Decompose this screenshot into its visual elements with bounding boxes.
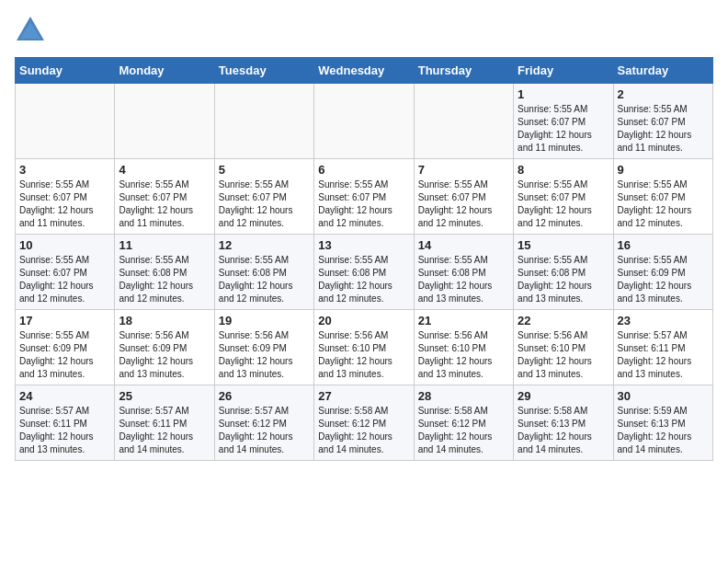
calendar-cell: 8Sunrise: 5:55 AM Sunset: 6:07 PM Daylig… (514, 159, 613, 235)
cell-content: Sunrise: 5:55 AM Sunset: 6:08 PM Dayligh… (318, 254, 409, 305)
logo (15, 15, 50, 46)
calendar-header-monday: Monday (115, 58, 214, 84)
day-number: 7 (418, 163, 509, 177)
cell-content: Sunrise: 5:55 AM Sunset: 6:07 PM Dayligh… (219, 178, 310, 230)
day-number: 1 (518, 87, 609, 101)
logo-icon (15, 15, 46, 46)
calendar-cell: 12Sunrise: 5:55 AM Sunset: 6:08 PM Dayli… (214, 235, 313, 310)
day-number: 5 (219, 163, 310, 177)
cell-content: Sunrise: 5:57 AM Sunset: 6:11 PM Dayligh… (618, 329, 709, 381)
day-number: 2 (618, 87, 709, 101)
cell-content: Sunrise: 5:57 AM Sunset: 6:11 PM Dayligh… (119, 405, 210, 456)
calendar-cell: 19Sunrise: 5:56 AM Sunset: 6:09 PM Dayli… (214, 310, 313, 385)
calendar-cell: 21Sunrise: 5:56 AM Sunset: 6:10 PM Dayli… (414, 310, 513, 385)
cell-content: Sunrise: 5:55 AM Sunset: 6:07 PM Dayligh… (318, 178, 409, 230)
day-number: 3 (19, 163, 110, 177)
calendar-cell: 23Sunrise: 5:57 AM Sunset: 6:11 PM Dayli… (613, 310, 712, 385)
cell-content: Sunrise: 5:56 AM Sunset: 6:10 PM Dayligh… (518, 329, 609, 381)
cell-content: Sunrise: 5:58 AM Sunset: 6:12 PM Dayligh… (418, 405, 509, 456)
calendar-cell: 22Sunrise: 5:56 AM Sunset: 6:10 PM Dayli… (514, 310, 613, 385)
calendar-cell: 13Sunrise: 5:55 AM Sunset: 6:08 PM Dayli… (314, 235, 414, 310)
calendar-cell: 7Sunrise: 5:55 AM Sunset: 6:07 PM Daylig… (414, 159, 513, 235)
calendar-cell (414, 84, 513, 159)
day-number: 21 (418, 314, 509, 327)
cell-content: Sunrise: 5:55 AM Sunset: 6:08 PM Dayligh… (418, 254, 509, 305)
cell-content: Sunrise: 5:57 AM Sunset: 6:12 PM Dayligh… (219, 405, 310, 456)
cell-content: Sunrise: 5:55 AM Sunset: 6:07 PM Dayligh… (518, 178, 609, 230)
cell-content: Sunrise: 5:57 AM Sunset: 6:11 PM Dayligh… (19, 405, 110, 456)
calendar-cell: 20Sunrise: 5:56 AM Sunset: 6:10 PM Dayli… (314, 310, 414, 385)
day-number: 18 (119, 314, 210, 327)
calendar-header-tuesday: Tuesday (214, 58, 313, 84)
cell-content: Sunrise: 5:59 AM Sunset: 6:13 PM Dayligh… (618, 405, 709, 456)
calendar-cell: 15Sunrise: 5:55 AM Sunset: 6:08 PM Dayli… (514, 235, 613, 310)
cell-content: Sunrise: 5:55 AM Sunset: 6:08 PM Dayligh… (219, 254, 310, 305)
calendar-week-row: 1Sunrise: 5:55 AM Sunset: 6:07 PM Daylig… (16, 84, 713, 159)
calendar-cell: 9Sunrise: 5:55 AM Sunset: 6:07 PM Daylig… (613, 159, 712, 235)
day-number: 8 (518, 163, 609, 177)
calendar-cell: 14Sunrise: 5:55 AM Sunset: 6:08 PM Dayli… (414, 235, 513, 310)
calendar-cell: 2Sunrise: 5:55 AM Sunset: 6:07 PM Daylig… (613, 84, 712, 159)
cell-content: Sunrise: 5:58 AM Sunset: 6:12 PM Dayligh… (318, 405, 409, 456)
calendar-table: SundayMondayTuesdayWednesdayThursdayFrid… (15, 57, 713, 461)
cell-content: Sunrise: 5:56 AM Sunset: 6:09 PM Dayligh… (119, 329, 210, 381)
day-number: 16 (618, 238, 709, 252)
day-number: 11 (119, 238, 210, 252)
cell-content: Sunrise: 5:55 AM Sunset: 6:08 PM Dayligh… (119, 254, 210, 305)
day-number: 22 (518, 314, 609, 327)
calendar-cell: 4Sunrise: 5:55 AM Sunset: 6:07 PM Daylig… (115, 159, 214, 235)
day-number: 26 (219, 389, 310, 403)
calendar-cell: 10Sunrise: 5:55 AM Sunset: 6:07 PM Dayli… (16, 235, 115, 310)
cell-content: Sunrise: 5:55 AM Sunset: 6:09 PM Dayligh… (19, 329, 110, 381)
calendar-cell: 29Sunrise: 5:58 AM Sunset: 6:13 PM Dayli… (514, 385, 613, 461)
calendar-cell: 5Sunrise: 5:55 AM Sunset: 6:07 PM Daylig… (214, 159, 313, 235)
day-number: 12 (219, 238, 310, 252)
calendar-header-thursday: Thursday (414, 58, 513, 84)
calendar-cell: 16Sunrise: 5:55 AM Sunset: 6:09 PM Dayli… (613, 235, 712, 310)
calendar-cell: 17Sunrise: 5:55 AM Sunset: 6:09 PM Dayli… (16, 310, 115, 385)
cell-content: Sunrise: 5:55 AM Sunset: 6:07 PM Dayligh… (618, 103, 709, 155)
calendar-cell (115, 84, 214, 159)
calendar-cell: 28Sunrise: 5:58 AM Sunset: 6:12 PM Dayli… (414, 385, 513, 461)
calendar-header-row: SundayMondayTuesdayWednesdayThursdayFrid… (16, 58, 713, 84)
day-number: 19 (219, 314, 310, 327)
day-number: 28 (418, 389, 509, 403)
calendar-cell: 30Sunrise: 5:59 AM Sunset: 6:13 PM Dayli… (613, 385, 712, 461)
calendar-cell (314, 84, 414, 159)
day-number: 23 (618, 314, 709, 327)
day-number: 29 (518, 389, 609, 403)
calendar-cell: 11Sunrise: 5:55 AM Sunset: 6:08 PM Dayli… (115, 235, 214, 310)
cell-content: Sunrise: 5:55 AM Sunset: 6:08 PM Dayligh… (518, 254, 609, 305)
cell-content: Sunrise: 5:55 AM Sunset: 6:07 PM Dayligh… (19, 254, 110, 305)
cell-content: Sunrise: 5:55 AM Sunset: 6:07 PM Dayligh… (518, 103, 609, 155)
cell-content: Sunrise: 5:56 AM Sunset: 6:10 PM Dayligh… (418, 329, 509, 381)
day-number: 24 (19, 389, 110, 403)
day-number: 25 (119, 389, 210, 403)
calendar-week-row: 24Sunrise: 5:57 AM Sunset: 6:11 PM Dayli… (16, 385, 713, 461)
calendar-header-wednesday: Wednesday (314, 58, 414, 84)
day-number: 9 (618, 163, 709, 177)
day-number: 30 (618, 389, 709, 403)
cell-content: Sunrise: 5:55 AM Sunset: 6:07 PM Dayligh… (418, 178, 509, 230)
cell-content: Sunrise: 5:55 AM Sunset: 6:07 PM Dayligh… (119, 178, 210, 230)
calendar-week-row: 17Sunrise: 5:55 AM Sunset: 6:09 PM Dayli… (16, 310, 713, 385)
calendar-cell: 6Sunrise: 5:55 AM Sunset: 6:07 PM Daylig… (314, 159, 414, 235)
calendar-cell: 18Sunrise: 5:56 AM Sunset: 6:09 PM Dayli… (115, 310, 214, 385)
day-number: 6 (318, 163, 409, 177)
day-number: 4 (119, 163, 210, 177)
cell-content: Sunrise: 5:58 AM Sunset: 6:13 PM Dayligh… (518, 405, 609, 456)
day-number: 15 (518, 238, 609, 252)
calendar-week-row: 3Sunrise: 5:55 AM Sunset: 6:07 PM Daylig… (16, 159, 713, 235)
calendar-header-friday: Friday (514, 58, 613, 84)
cell-content: Sunrise: 5:55 AM Sunset: 6:07 PM Dayligh… (618, 178, 709, 230)
day-number: 27 (318, 389, 409, 403)
calendar-cell: 24Sunrise: 5:57 AM Sunset: 6:11 PM Dayli… (16, 385, 115, 461)
day-number: 13 (318, 238, 409, 252)
page-header (15, 15, 713, 46)
day-number: 10 (19, 238, 110, 252)
cell-content: Sunrise: 5:56 AM Sunset: 6:10 PM Dayligh… (318, 329, 409, 381)
calendar-week-row: 10Sunrise: 5:55 AM Sunset: 6:07 PM Dayli… (16, 235, 713, 310)
calendar-cell: 1Sunrise: 5:55 AM Sunset: 6:07 PM Daylig… (514, 84, 613, 159)
calendar-cell (214, 84, 313, 159)
calendar-cell (16, 84, 115, 159)
